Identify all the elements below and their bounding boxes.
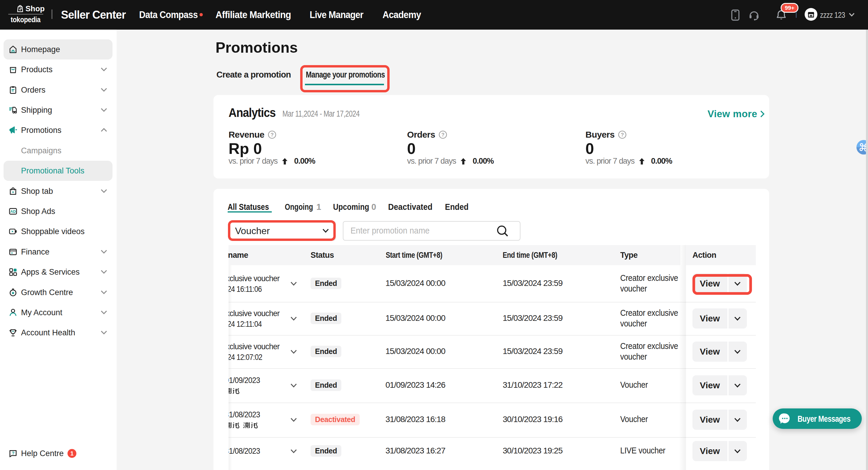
- svg-text:AD: AD: [10, 209, 16, 214]
- svg-text:?: ?: [271, 132, 274, 137]
- svg-text:?: ?: [12, 450, 14, 456]
- svg-text:?: ?: [441, 132, 444, 137]
- svg-text:?: ?: [621, 132, 624, 137]
